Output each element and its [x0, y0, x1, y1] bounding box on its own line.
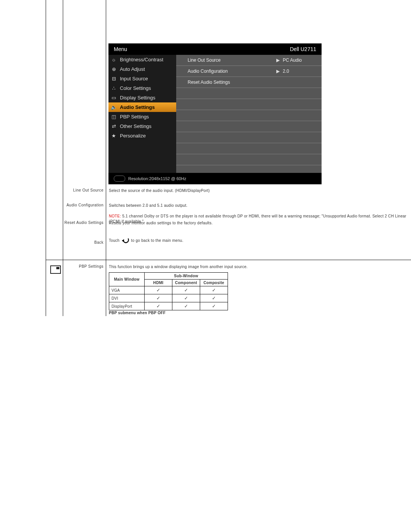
osd-menu-item-label: Audio Settings: [120, 104, 155, 110]
td-row-name: VGA: [109, 286, 145, 294]
th-sub-window: Sub-Window: [145, 273, 228, 280]
optimal-badge-icon: [114, 176, 125, 182]
row-text-reset-audio: Resets your monitor audio settings to th…: [109, 220, 411, 226]
osd-submenu-row: [176, 154, 322, 165]
osd-title: Menu: [114, 43, 127, 55]
osd-menu-item-icon: ⊕: [111, 66, 117, 72]
osd-menu-item-label: Brightness/Contrast: [120, 57, 163, 62]
row-label-audio-config: Audio Configuration: [64, 203, 104, 207]
divider: [46, 260, 411, 260]
td-check: ✓: [172, 286, 200, 294]
td-check: ✓: [200, 302, 228, 310]
osd-menu-item[interactable]: ★Personalize: [108, 131, 176, 141]
osd-menu-item-icon: 🔈: [111, 104, 117, 110]
th-col: HDMI: [145, 280, 172, 286]
osd-menu-item-icon: ▭: [111, 95, 117, 101]
osd-submenu-label: Line Out Source: [176, 55, 275, 66]
osd-menu-item-label: Display Settings: [120, 95, 155, 101]
chevron-right-icon: ▶: [275, 55, 280, 66]
osd-menu-item[interactable]: ⊟Input Source: [108, 74, 176, 83]
osd-submenu-value: PC Audio: [280, 55, 322, 66]
back-text-after: to go back to the main menu.: [131, 238, 183, 243]
osd-submenu-row: [176, 88, 322, 99]
osd-menu-item-icon: ∴: [111, 85, 117, 91]
row-label-pbp: PBP Settings: [64, 264, 104, 268]
td-check: ✓: [200, 294, 228, 302]
row-label-line-out-source: Line Out Source: [64, 188, 104, 192]
osd-submenu-row: [176, 132, 322, 143]
chevron-right-icon: [275, 77, 280, 88]
page: Menu Dell U2711 ☼Brightness/Contrast⊕Aut…: [0, 0, 411, 532]
th-main-window: Main Window: [109, 273, 145, 286]
divider: [63, 0, 63, 316]
osd-submenu-row: [176, 99, 322, 110]
osd-menu-item-label: Personalize: [120, 133, 146, 139]
td-check: ✓: [200, 286, 228, 294]
td-check: ✓: [172, 294, 200, 302]
pbp-compat-table: Main WindowSub-WindowHDMIComponentCompos…: [109, 272, 228, 310]
td-check: ✓: [145, 302, 172, 310]
osd-body: ☼Brightness/Contrast⊕Auto Adjust⊟Input S…: [108, 55, 322, 173]
osd-submenu-row[interactable]: Audio Configuration▶2.0: [176, 66, 322, 77]
td-check: ✓: [145, 294, 172, 302]
osd-menu-item-label: Auto Adjust: [120, 66, 145, 72]
td-row-name: DisplayPort: [109, 302, 145, 310]
osd-submenu-value: 2.0: [280, 66, 322, 77]
th-col: Component: [172, 280, 200, 286]
osd-right-panel: Line Out Source▶PC AudioAudio Configurat…: [176, 55, 322, 173]
osd-submenu-row: [176, 143, 322, 154]
td-check: ✓: [145, 286, 172, 294]
osd-submenu-row[interactable]: Line Out Source▶PC Audio: [176, 55, 322, 66]
osd-menu-item-label: Other Settings: [120, 123, 151, 129]
osd-menu-item-icon: ◫: [111, 114, 117, 120]
row-label-back: Back: [64, 240, 104, 244]
osd-submenu-label: Audio Configuration: [176, 66, 275, 77]
row-text-pbp-intro: This function brings up a window display…: [109, 264, 411, 270]
audio-config-text1: Switches between 2.0 and 5.1 audio outpu…: [109, 203, 188, 208]
osd-menu-item[interactable]: ◫PBP Settings: [108, 112, 176, 121]
pbp-icon: [50, 265, 61, 274]
back-text-before: Touch: [109, 238, 121, 243]
osd-resolution: Resolution:2048x1152 @ 60Hz: [128, 173, 186, 184]
osd-menu-item[interactable]: ▭Display Settings: [108, 93, 176, 102]
osd-submenu-row: [176, 110, 322, 121]
osd-menu-item[interactable]: ∴Color Settings: [108, 83, 176, 93]
osd-menu-item-label: Color Settings: [120, 85, 151, 91]
osd-submenu-row: [176, 121, 322, 132]
osd-submenu-value: [280, 77, 322, 88]
osd-footer: Resolution:2048x1152 @ 60Hz: [108, 173, 322, 184]
osd-menu-item[interactable]: 🔈Audio Settings: [108, 102, 176, 112]
osd-menu-item[interactable]: ⊕Auto Adjust: [108, 64, 176, 74]
osd-submenu-label: Reset Audio Settings: [176, 77, 275, 88]
pbp-footer: PBP submenu when PBP OFF: [109, 310, 411, 316]
row-text-line-out-source: Select the source of the audio input. (H…: [109, 188, 411, 193]
osd-header: Menu Dell U2711: [108, 43, 322, 55]
osd-menu-item-label: PBP Settings: [120, 114, 149, 120]
osd-menu-item-icon: ☼: [111, 57, 117, 62]
row-label-reset-audio: Reset Audio Settings: [64, 220, 104, 225]
osd-screenshot: Menu Dell U2711 ☼Brightness/Contrast⊕Aut…: [108, 43, 322, 184]
osd-menu-item-icon: ⇄: [111, 123, 117, 129]
back-arrow-icon: [121, 237, 130, 244]
divider: [106, 0, 106, 316]
note-label: NOTE:: [109, 214, 122, 218]
osd-menu-item-label: Input Source: [120, 76, 148, 81]
osd-menu-item[interactable]: ☼Brightness/Contrast: [108, 55, 176, 64]
osd-menu-item-icon: ★: [111, 133, 117, 139]
osd-submenu-row[interactable]: Reset Audio Settings: [176, 77, 322, 88]
chevron-right-icon: ▶: [275, 66, 280, 77]
divider: [46, 0, 46, 316]
th-col: Composite: [200, 280, 228, 286]
osd-model: Dell U2711: [290, 43, 316, 55]
td-check: ✓: [172, 302, 200, 310]
row-text-back: Touch to go back to the main menu.: [109, 237, 411, 244]
osd-menu-item-icon: ⊟: [111, 76, 117, 81]
osd-menu-item[interactable]: ⇄Other Settings: [108, 121, 176, 131]
td-row-name: DVI: [109, 294, 145, 302]
osd-left-menu: ☼Brightness/Contrast⊕Auto Adjust⊟Input S…: [108, 55, 176, 173]
